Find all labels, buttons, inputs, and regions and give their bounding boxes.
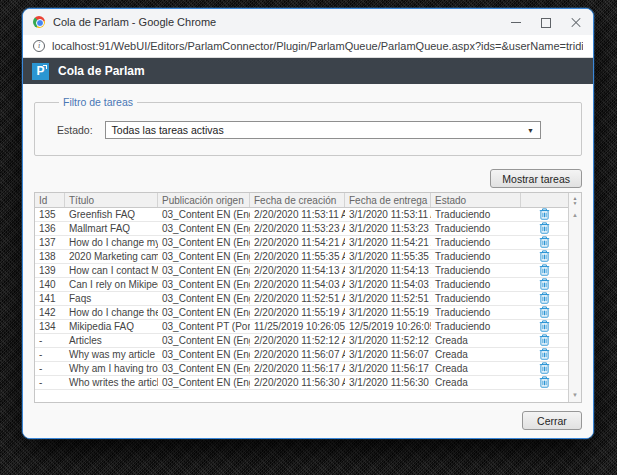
cell-estado: Creada: [431, 377, 521, 388]
cell-creacion: 2/20/2020 11:54:21 AM: [250, 237, 345, 248]
cell-titulo: 2020 Marketing campa...: [65, 251, 158, 262]
cell-id: 137: [35, 237, 65, 248]
cell-entrega: 3/1/2020 11:55:35 AM: [345, 251, 431, 262]
delete-task-button[interactable]: [521, 348, 568, 362]
info-icon[interactable]: i: [33, 40, 45, 52]
cell-estado: Creada: [431, 349, 521, 360]
table-row[interactable]: 134Mikipedia FAQ03_Content PT (Portug...…: [35, 320, 568, 334]
cell-publicacion: 03_Content EN (Englis...: [158, 237, 250, 248]
estado-select[interactable]: Todas las tareas activas ▼: [105, 121, 541, 139]
cell-estado: Traduciendo: [431, 279, 521, 290]
delete-task-button[interactable]: [521, 362, 568, 376]
close-icon[interactable]: [571, 17, 581, 27]
app-header: P Cola de Parlam: [23, 58, 593, 84]
delete-task-button[interactable]: [521, 320, 568, 334]
column-header-publicacion[interactable]: Publicación origen: [158, 193, 250, 207]
delete-task-button[interactable]: [521, 334, 568, 348]
browser-popup-window: Cola de Parlam - Google Chrome i localho…: [22, 8, 594, 439]
scroll-down-arrow-icon[interactable]: ▼: [572, 392, 578, 398]
window-title: Cola de Parlam - Google Chrome: [53, 16, 503, 28]
delete-task-button[interactable]: [521, 236, 568, 250]
cell-publicacion: 03_Content PT (Portug...: [158, 321, 250, 332]
scroll-down-icon[interactable]: ▼: [573, 201, 578, 205]
table-body: 135Greenfish FAQ03_Content EN (Englis...…: [35, 208, 568, 402]
cell-creacion: 2/20/2020 11:53:11 AM: [250, 209, 345, 220]
table-row[interactable]: -Articles03_Content EN (Englis...2/20/20…: [35, 334, 568, 348]
delete-task-button[interactable]: [521, 222, 568, 236]
estado-selected-value: Todas las tareas activas: [112, 124, 224, 136]
parlam-logo-icon: P: [32, 63, 49, 80]
maximize-icon[interactable]: [541, 17, 551, 27]
task-table: IdTítuloPublicación origenFecha de creac…: [34, 192, 582, 403]
cell-estado: Traduciendo: [431, 307, 521, 318]
chrome-icon: [33, 16, 45, 28]
delete-task-button[interactable]: [521, 376, 568, 390]
cell-creacion: 2/20/2020 11:56:17 AM: [250, 363, 345, 374]
estado-label: Estado:: [57, 124, 93, 136]
cell-entrega: 3/1/2020 11:55:19 AM: [345, 307, 431, 318]
table-row[interactable]: 135Greenfish FAQ03_Content EN (Englis...…: [35, 208, 568, 222]
table-scrollbar[interactable]: ▲ ▼ ▲ ▼: [568, 193, 581, 402]
column-header-entrega[interactable]: Fecha de entrega: [345, 193, 431, 207]
table-row[interactable]: 137How do I change my u...03_Content EN …: [35, 236, 568, 250]
cell-creacion: 2/20/2020 11:56:07 AM: [250, 349, 345, 360]
cell-id: 134: [35, 321, 65, 332]
cell-creacion: 2/20/2020 11:56:30 AM: [250, 377, 345, 388]
table-row[interactable]: 141Faqs03_Content EN (Englis...2/20/2020…: [35, 292, 568, 306]
column-header-estado[interactable]: Estado: [431, 193, 521, 207]
column-header-titulo[interactable]: Título: [65, 193, 158, 207]
table-row[interactable]: 136Mallmart FAQ03_Content EN (Englis...2…: [35, 222, 568, 236]
scrollbar-header-arrows[interactable]: ▲ ▼: [573, 193, 578, 208]
cell-entrega: 3/1/2020 11:53:11 AM: [345, 209, 431, 220]
trash-icon: [539, 236, 550, 250]
table-row[interactable]: 1382020 Marketing campa...03_Content EN …: [35, 250, 568, 264]
url-bar[interactable]: i localhost:91/WebUI/Editors/ParlamConne…: [23, 35, 593, 58]
cell-entrega: 3/1/2020 11:54:13 AM: [345, 265, 431, 276]
close-button[interactable]: Cerrar: [522, 411, 582, 430]
trash-icon: [539, 348, 550, 362]
table-row[interactable]: 139How can I contact Miki...03_Content E…: [35, 264, 568, 278]
column-header-creacion[interactable]: Fecha de creación: [250, 193, 345, 207]
cell-publicacion: 03_Content EN (Englis...: [158, 349, 250, 360]
delete-task-button[interactable]: [521, 250, 568, 264]
table-row[interactable]: 142How do I change the n...03_Content EN…: [35, 306, 568, 320]
table-row[interactable]: 140Can I rely on Mikipedi...03_Content E…: [35, 278, 568, 292]
delete-task-button[interactable]: [521, 264, 568, 278]
table-row[interactable]: -Why am I having trou...03_Content EN (E…: [35, 362, 568, 376]
delete-task-button[interactable]: [521, 306, 568, 320]
cell-publicacion: 03_Content EN (Englis...: [158, 293, 250, 304]
cell-id: 138: [35, 251, 65, 262]
cell-entrega: 3/1/2020 11:54:21 AM: [345, 237, 431, 248]
scroll-up-arrow-icon[interactable]: ▲: [572, 212, 578, 218]
cell-titulo: Articles: [65, 335, 158, 346]
column-header-id[interactable]: Id: [35, 193, 65, 207]
cell-id: -: [35, 377, 65, 388]
show-tasks-button[interactable]: Mostrar tareas: [490, 169, 582, 188]
delete-task-button[interactable]: [521, 208, 568, 222]
cell-creacion: 2/20/2020 11:54:03 AM: [250, 279, 345, 290]
delete-task-button[interactable]: [521, 278, 568, 292]
window-title-bar: Cola de Parlam - Google Chrome: [23, 9, 593, 35]
trash-icon: [539, 362, 550, 376]
trash-icon: [539, 320, 550, 334]
cell-estado: Traduciendo: [431, 321, 521, 332]
cell-titulo: Mikipedia FAQ: [65, 321, 158, 332]
cell-estado: Creada: [431, 335, 521, 346]
trash-icon: [539, 250, 550, 264]
cell-publicacion: 03_Content EN (Englis...: [158, 279, 250, 290]
cell-entrega: 3/1/2020 11:53:23 AM: [345, 223, 431, 234]
cell-entrega: 3/1/2020 11:52:51 AM: [345, 293, 431, 304]
delete-task-button[interactable]: [521, 292, 568, 306]
cell-estado: Traduciendo: [431, 237, 521, 248]
cell-estado: Traduciendo: [431, 251, 521, 262]
cell-id: 142: [35, 307, 65, 318]
cell-publicacion: 03_Content EN (Englis...: [158, 265, 250, 276]
trash-icon: [539, 222, 550, 236]
cell-id: -: [35, 335, 65, 346]
table-row[interactable]: -Who writes the articles...03_Content EN…: [35, 376, 568, 390]
table-row[interactable]: -Why was my article de...03_Content EN (…: [35, 348, 568, 362]
task-grid: IdTítuloPublicación origenFecha de creac…: [35, 193, 568, 402]
minimize-icon[interactable]: [511, 17, 521, 27]
cell-creacion: 2/20/2020 11:55:19 AM: [250, 307, 345, 318]
estado-row: Estado: Todas las tareas activas ▼: [57, 121, 541, 139]
